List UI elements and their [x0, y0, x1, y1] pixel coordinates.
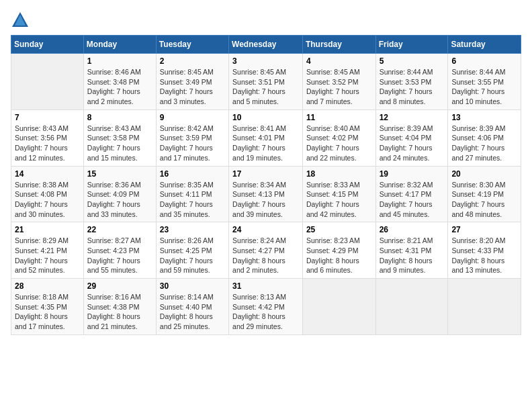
day-number: 24: [232, 225, 299, 234]
day-cell: 12Sunrise: 8:39 AMSunset: 4:04 PMDayligh…: [375, 109, 448, 166]
header-tuesday: Tuesday: [156, 36, 228, 54]
header-wednesday: Wednesday: [229, 36, 303, 54]
logo: [11, 11, 32, 30]
day-info: Sunrise: 8:23 AMSunset: 4:29 PMDaylight:…: [306, 236, 372, 275]
day-cell: 13Sunrise: 8:39 AMSunset: 4:06 PMDayligh…: [448, 109, 521, 166]
day-number: 8: [87, 113, 152, 122]
day-info: Sunrise: 8:18 AMSunset: 4:35 PMDaylight:…: [15, 292, 80, 332]
day-cell: 8Sunrise: 8:43 AMSunset: 3:58 PMDaylight…: [83, 109, 156, 166]
day-info: Sunrise: 8:35 AMSunset: 4:11 PMDaylight:…: [160, 180, 225, 220]
day-cell: 16Sunrise: 8:35 AMSunset: 4:11 PMDayligh…: [156, 166, 228, 222]
day-number: 29: [87, 281, 152, 291]
day-info: Sunrise: 8:33 AMSunset: 4:15 PMDaylight:…: [306, 180, 372, 220]
day-info: Sunrise: 8:20 AMSunset: 4:33 PMDaylight:…: [451, 236, 517, 275]
week-row-1: 1Sunrise: 8:46 AMSunset: 3:48 PMDaylight…: [11, 54, 521, 110]
day-cell: 17Sunrise: 8:34 AMSunset: 4:13 PMDayligh…: [229, 166, 303, 222]
day-cell: 28Sunrise: 8:18 AMSunset: 4:35 PMDayligh…: [11, 279, 84, 335]
day-cell: [11, 54, 84, 110]
header-row: SundayMondayTuesdayWednesdayThursdayFrid…: [11, 36, 521, 54]
day-cell: 21Sunrise: 8:29 AMSunset: 4:21 PMDayligh…: [11, 222, 84, 279]
day-info: Sunrise: 8:45 AMSunset: 3:49 PMDaylight:…: [160, 67, 225, 107]
day-number: 14: [15, 169, 80, 179]
day-info: Sunrise: 8:45 AMSunset: 3:52 PMDaylight:…: [306, 67, 372, 107]
day-cell: 4Sunrise: 8:45 AMSunset: 3:52 PMDaylight…: [302, 54, 375, 110]
day-number: 7: [15, 113, 80, 122]
day-cell: 7Sunrise: 8:43 AMSunset: 3:56 PMDaylight…: [11, 109, 84, 166]
day-info: Sunrise: 8:27 AMSunset: 4:23 PMDaylight:…: [87, 236, 152, 275]
logo-icon: [11, 11, 30, 30]
day-number: 27: [451, 225, 517, 234]
day-info: Sunrise: 8:32 AMSunset: 4:17 PMDaylight:…: [380, 180, 445, 220]
day-number: 19: [380, 169, 445, 179]
day-number: 3: [232, 56, 299, 66]
day-info: Sunrise: 8:14 AMSunset: 4:40 PMDaylight:…: [160, 292, 225, 332]
day-cell: 26Sunrise: 8:21 AMSunset: 4:31 PMDayligh…: [375, 222, 448, 279]
day-info: Sunrise: 8:41 AMSunset: 4:01 PMDaylight:…: [232, 124, 299, 163]
day-number: 20: [451, 169, 517, 179]
day-number: 31: [232, 281, 299, 291]
day-info: Sunrise: 8:39 AMSunset: 4:06 PMDaylight:…: [451, 124, 517, 163]
day-number: 12: [380, 113, 445, 122]
day-cell: 22Sunrise: 8:27 AMSunset: 4:23 PMDayligh…: [83, 222, 156, 279]
day-number: 30: [160, 281, 225, 291]
day-info: Sunrise: 8:39 AMSunset: 4:04 PMDaylight:…: [380, 124, 445, 163]
day-info: Sunrise: 8:24 AMSunset: 4:27 PMDaylight:…: [232, 236, 299, 275]
day-info: Sunrise: 8:43 AMSunset: 3:58 PMDaylight:…: [87, 124, 152, 163]
day-number: 26: [380, 225, 445, 234]
day-info: Sunrise: 8:46 AMSunset: 3:48 PMDaylight:…: [87, 67, 152, 107]
day-cell: 6Sunrise: 8:44 AMSunset: 3:55 PMDaylight…: [448, 54, 521, 110]
day-cell: 30Sunrise: 8:14 AMSunset: 4:40 PMDayligh…: [156, 279, 228, 335]
day-cell: 2Sunrise: 8:45 AMSunset: 3:49 PMDaylight…: [156, 54, 228, 110]
day-number: 1: [87, 56, 152, 66]
day-info: Sunrise: 8:21 AMSunset: 4:31 PMDaylight:…: [380, 236, 445, 275]
day-info: Sunrise: 8:45 AMSunset: 3:51 PMDaylight:…: [232, 67, 299, 107]
day-number: 10: [232, 113, 299, 122]
day-number: 13: [451, 113, 517, 122]
day-number: 2: [160, 56, 225, 66]
header-sunday: Sunday: [11, 36, 84, 54]
day-info: Sunrise: 8:26 AMSunset: 4:25 PMDaylight:…: [160, 236, 225, 275]
day-cell: [375, 279, 448, 335]
header-friday: Friday: [375, 36, 448, 54]
day-cell: 23Sunrise: 8:26 AMSunset: 4:25 PMDayligh…: [156, 222, 228, 279]
week-row-4: 21Sunrise: 8:29 AMSunset: 4:21 PMDayligh…: [11, 222, 521, 279]
header-saturday: Saturday: [448, 36, 521, 54]
day-number: 15: [87, 169, 152, 179]
day-cell: 11Sunrise: 8:40 AMSunset: 4:02 PMDayligh…: [302, 109, 375, 166]
day-number: 16: [160, 169, 225, 179]
day-cell: 10Sunrise: 8:41 AMSunset: 4:01 PMDayligh…: [229, 109, 303, 166]
calendar-table: SundayMondayTuesdayWednesdayThursdayFrid…: [11, 35, 521, 335]
day-info: Sunrise: 8:40 AMSunset: 4:02 PMDaylight:…: [306, 124, 372, 163]
day-cell: [448, 279, 521, 335]
day-cell: 20Sunrise: 8:30 AMSunset: 4:19 PMDayligh…: [448, 166, 521, 222]
day-info: Sunrise: 8:30 AMSunset: 4:19 PMDaylight:…: [451, 180, 517, 220]
day-cell: 3Sunrise: 8:45 AMSunset: 3:51 PMDaylight…: [229, 54, 303, 110]
day-info: Sunrise: 8:36 AMSunset: 4:09 PMDaylight:…: [87, 180, 152, 220]
week-row-5: 28Sunrise: 8:18 AMSunset: 4:35 PMDayligh…: [11, 279, 521, 335]
day-number: 21: [15, 225, 80, 234]
day-cell: 5Sunrise: 8:44 AMSunset: 3:53 PMDaylight…: [375, 54, 448, 110]
day-info: Sunrise: 8:43 AMSunset: 3:56 PMDaylight:…: [15, 124, 80, 163]
day-cell: 24Sunrise: 8:24 AMSunset: 4:27 PMDayligh…: [229, 222, 303, 279]
day-number: 11: [306, 113, 372, 122]
day-cell: [302, 279, 375, 335]
day-cell: 25Sunrise: 8:23 AMSunset: 4:29 PMDayligh…: [302, 222, 375, 279]
page-header: [11, 11, 521, 30]
day-cell: 9Sunrise: 8:42 AMSunset: 3:59 PMDaylight…: [156, 109, 228, 166]
day-info: Sunrise: 8:13 AMSunset: 4:42 PMDaylight:…: [232, 292, 299, 332]
header-thursday: Thursday: [302, 36, 375, 54]
day-cell: 15Sunrise: 8:36 AMSunset: 4:09 PMDayligh…: [83, 166, 156, 222]
day-number: 25: [306, 225, 372, 234]
week-row-2: 7Sunrise: 8:43 AMSunset: 3:56 PMDaylight…: [11, 109, 521, 166]
day-cell: 14Sunrise: 8:38 AMSunset: 4:08 PMDayligh…: [11, 166, 84, 222]
day-cell: 31Sunrise: 8:13 AMSunset: 4:42 PMDayligh…: [229, 279, 303, 335]
day-info: Sunrise: 8:44 AMSunset: 3:55 PMDaylight:…: [451, 67, 517, 107]
day-info: Sunrise: 8:42 AMSunset: 3:59 PMDaylight:…: [160, 124, 225, 163]
day-info: Sunrise: 8:29 AMSunset: 4:21 PMDaylight:…: [15, 236, 80, 275]
day-number: 6: [451, 56, 517, 66]
day-cell: 19Sunrise: 8:32 AMSunset: 4:17 PMDayligh…: [375, 166, 448, 222]
day-info: Sunrise: 8:38 AMSunset: 4:08 PMDaylight:…: [15, 180, 80, 220]
day-number: 4: [306, 56, 372, 66]
day-number: 18: [306, 169, 372, 179]
day-cell: 27Sunrise: 8:20 AMSunset: 4:33 PMDayligh…: [448, 222, 521, 279]
